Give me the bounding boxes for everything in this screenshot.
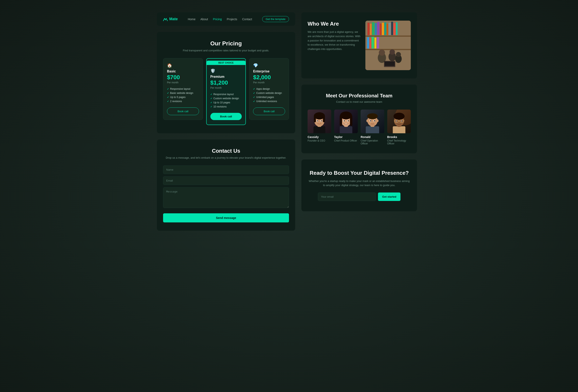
svg-rect-20 bbox=[365, 49, 411, 50]
premium-plan-name: Premium bbox=[210, 75, 242, 79]
left-column: Mate Home About Pricing Projects Contact… bbox=[157, 12, 295, 231]
svg-point-24 bbox=[389, 49, 395, 55]
send-message-button[interactable]: Send message bbox=[163, 213, 289, 222]
brooks-name: Brooks bbox=[387, 135, 411, 139]
who-text: Who We Are We are more than just a digit… bbox=[308, 21, 361, 51]
nav-about[interactable]: About bbox=[200, 18, 208, 21]
cta-section: Ready to Boost Your Digital Presence? Wh… bbox=[301, 160, 417, 212]
pricing-subtitle: Find transparent and competitive rates t… bbox=[163, 49, 289, 52]
svg-rect-36 bbox=[314, 116, 316, 122]
premium-feature-2: Custom website design bbox=[210, 96, 242, 100]
svg-rect-17 bbox=[372, 37, 374, 48]
svg-rect-8 bbox=[384, 22, 386, 35]
svg-rect-4 bbox=[375, 23, 377, 35]
svg-rect-13 bbox=[396, 22, 398, 35]
nav-home[interactable]: Home bbox=[188, 18, 195, 21]
basic-feature-2: Basic website design bbox=[167, 91, 199, 95]
svg-point-41 bbox=[321, 120, 322, 122]
premium-book-button[interactable]: Book call bbox=[210, 113, 242, 120]
nav-pricing[interactable]: Pricing bbox=[213, 18, 222, 21]
message-input[interactable] bbox=[163, 187, 289, 208]
enterprise-features: Apps design Custom website design Unlimi… bbox=[253, 87, 285, 103]
svg-rect-11 bbox=[391, 22, 393, 35]
pricing-header: Our Pricing Find transparent and competi… bbox=[163, 40, 289, 52]
cta-email-input[interactable] bbox=[318, 192, 376, 201]
name-input[interactable] bbox=[163, 166, 289, 174]
message-field-group bbox=[163, 187, 289, 209]
team-subtitle: Contact us to meet our awesome team bbox=[308, 100, 411, 103]
basic-feature-3: Up to 5 pages bbox=[167, 95, 199, 99]
basic-price: $700 bbox=[167, 74, 199, 81]
svg-rect-3 bbox=[372, 22, 375, 35]
cta-form: Get started bbox=[318, 192, 400, 201]
team-member-taylor: Taylor Chief Product Officer bbox=[334, 110, 358, 145]
svg-point-82 bbox=[401, 121, 402, 122]
svg-rect-28 bbox=[385, 61, 395, 66]
enterprise-feature-3: Unlimited pages bbox=[253, 95, 285, 99]
pricing-cards: 🏠 Basic $700 Per month Responsive layout… bbox=[163, 58, 289, 125]
svg-point-53 bbox=[348, 120, 349, 122]
team-title: Meet Our Professional Team bbox=[308, 93, 411, 99]
cta-description: Whether you're a startup ready to make y… bbox=[308, 179, 411, 188]
svg-rect-10 bbox=[388, 23, 391, 35]
svg-point-66 bbox=[377, 120, 379, 122]
basic-plan-name: Basic bbox=[167, 70, 199, 73]
pricing-title: Our Pricing bbox=[163, 40, 289, 47]
premium-feature-1: Responsive layout bbox=[210, 92, 242, 96]
ronald-photo bbox=[361, 110, 384, 133]
enterprise-feature-1: Apps design bbox=[253, 87, 285, 91]
pricing-card-premium: BEST CHOICE 🛡️ Premium $1,200 Per month … bbox=[206, 58, 246, 125]
get-template-button[interactable]: Get the template bbox=[262, 16, 289, 22]
enterprise-feature-4: Unlimited revisions bbox=[253, 99, 285, 103]
basic-feature-4: 2 revisions bbox=[167, 99, 199, 103]
svg-point-26 bbox=[396, 52, 401, 57]
enterprise-period: Per month bbox=[253, 81, 285, 84]
nav-links: Home About Pricing Projects Contact bbox=[188, 17, 252, 21]
logo-icon bbox=[163, 17, 168, 21]
get-started-button[interactable]: Get started bbox=[378, 192, 400, 201]
email-input[interactable] bbox=[163, 176, 289, 185]
pricing-card-basic: 🏠 Basic $700 Per month Responsive layout… bbox=[163, 58, 203, 120]
cassidy-name: Cassidy bbox=[308, 135, 331, 139]
enterprise-book-button[interactable]: Book call bbox=[253, 107, 285, 115]
svg-point-59 bbox=[367, 113, 378, 119]
who-image bbox=[365, 21, 411, 70]
basic-period: Per month bbox=[167, 81, 199, 84]
enterprise-icon: 💎 bbox=[253, 63, 285, 68]
contact-section: Contact Us Drop us a message, and let's … bbox=[157, 139, 295, 231]
basic-feature-1: Responsive layout bbox=[167, 87, 199, 91]
brooks-title: Chief Technology Officer bbox=[387, 139, 411, 145]
premium-feature-3: Up to 10 pages bbox=[210, 100, 242, 105]
premium-feature-4: 10 revisions bbox=[210, 105, 242, 109]
name-field-group bbox=[163, 166, 289, 174]
nav-contact[interactable]: Contact bbox=[242, 18, 252, 21]
svg-rect-70 bbox=[393, 126, 405, 133]
cassidy-title: Founder & CEO bbox=[308, 139, 331, 142]
svg-rect-16 bbox=[370, 38, 371, 48]
premium-period: Per month bbox=[210, 87, 242, 89]
svg-rect-48 bbox=[339, 115, 342, 126]
svg-point-63 bbox=[374, 120, 375, 122]
svg-rect-14 bbox=[365, 36, 411, 37]
who-title: Who We Are bbox=[308, 21, 361, 27]
svg-rect-44 bbox=[339, 126, 352, 133]
svg-point-62 bbox=[370, 120, 371, 122]
enterprise-plan-name: Enterprise bbox=[253, 70, 285, 73]
svg-rect-5 bbox=[377, 22, 380, 35]
svg-rect-9 bbox=[387, 24, 388, 35]
taylor-title: Chief Product Officer bbox=[334, 139, 358, 142]
nav-projects[interactable]: Projects bbox=[227, 18, 237, 21]
team-grid: Cassidy Founder & CEO bbox=[308, 110, 411, 145]
basic-icon: 🏠 bbox=[167, 63, 199, 68]
basic-book-button[interactable]: Book call bbox=[167, 107, 199, 115]
svg-point-52 bbox=[344, 120, 345, 122]
svg-point-40 bbox=[317, 120, 318, 122]
premium-price: $1,200 bbox=[210, 80, 242, 86]
svg-rect-1 bbox=[367, 23, 370, 35]
brooks-photo bbox=[387, 110, 411, 133]
svg-rect-32 bbox=[314, 126, 325, 133]
ronald-title: Chief Operation Officer bbox=[361, 139, 384, 145]
navigation: Mate Home About Pricing Projects Contact… bbox=[157, 12, 295, 26]
svg-point-64 bbox=[370, 123, 375, 126]
right-column: Who We Are We are more than just a digit… bbox=[301, 12, 417, 231]
